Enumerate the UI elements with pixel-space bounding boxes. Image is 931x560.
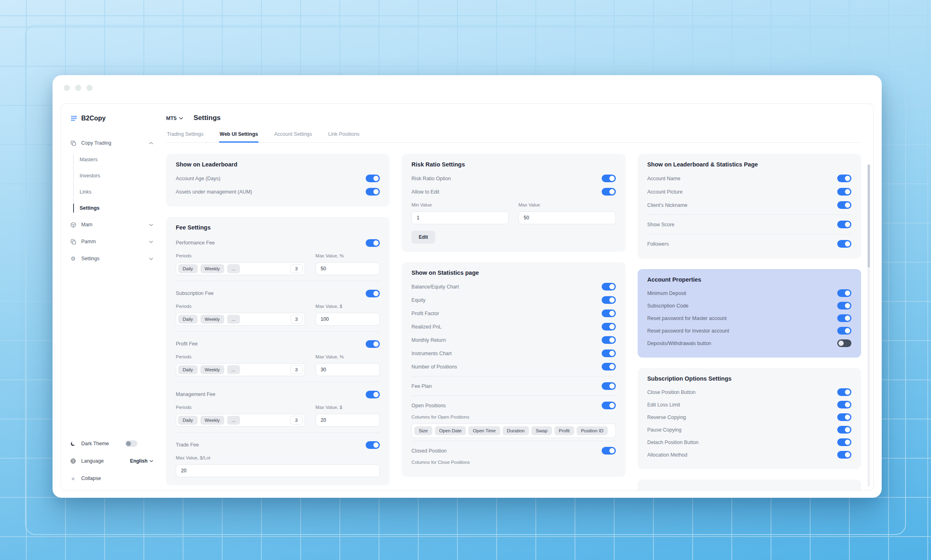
toggle-pause-copying[interactable] (837, 426, 851, 434)
toggle-fee-plan[interactable] (602, 382, 616, 390)
language-row[interactable]: Language English (70, 452, 153, 469)
toggle-closed-position[interactable] (602, 447, 616, 455)
collapse-row[interactable]: « Collapse (70, 469, 153, 487)
toggle-profit-fee[interactable] (366, 340, 380, 348)
toggle-deposits-withdrawals[interactable] (837, 339, 851, 347)
main-header: MT5 Settings (166, 112, 861, 124)
max-value-input[interactable]: 100 (316, 313, 380, 326)
sidebar-item-links[interactable]: Links (80, 184, 162, 200)
toggle-number-of-positions[interactable] (602, 363, 616, 371)
window-control-minimize[interactable] (75, 85, 81, 91)
toggle-close-position-button[interactable] (837, 388, 851, 396)
toggle-profit-factor[interactable] (602, 309, 616, 317)
sidebar-item-investors[interactable]: Investors (80, 168, 162, 184)
period-chip-more[interactable]: ... (227, 416, 240, 425)
period-chip-daily[interactable]: Daily (178, 315, 198, 324)
periods-selector[interactable]: Daily Weekly ... 3 (176, 262, 305, 275)
periods-count[interactable]: 3 (290, 264, 302, 273)
language-select[interactable]: English (130, 458, 153, 464)
periods-selector[interactable]: Daily Weekly ... 3 (176, 414, 305, 427)
periods-count[interactable]: 3 (290, 365, 302, 374)
account-type-select[interactable]: MT5 (166, 115, 183, 121)
toggle-realized-pnl[interactable] (602, 323, 616, 331)
periods-count[interactable]: 3 (290, 416, 302, 425)
toggle-reset-password-master[interactable] (837, 314, 851, 322)
periods-selector[interactable]: Daily Weekly ... 3 (176, 363, 305, 376)
period-chip-more[interactable]: ... (227, 315, 240, 324)
setting-label: Equity (411, 297, 425, 303)
window-control-maximize[interactable] (86, 85, 93, 91)
period-chip-weekly[interactable]: Weekly (200, 416, 225, 425)
max-value-input[interactable]: 30 (316, 363, 380, 376)
max-value-input[interactable]: 50 (316, 262, 380, 275)
toggle-account-age[interactable] (366, 175, 380, 182)
toggle-reverse-copying[interactable] (837, 413, 851, 421)
max-value-input[interactable]: 50 (518, 211, 616, 224)
max-value-label: Max Value, % (316, 354, 380, 359)
edit-button[interactable]: Edit (411, 231, 435, 244)
toggle-performance-fee[interactable] (366, 239, 380, 247)
toggle-monthly-return[interactable] (602, 336, 616, 344)
period-chip-weekly[interactable]: Weekly (200, 365, 225, 374)
toggle-risk-ratio-option[interactable] (602, 175, 616, 182)
sidebar-item-settings[interactable]: ⚙ Settings (61, 250, 162, 267)
dark-theme-toggle[interactable] (125, 440, 137, 447)
toggle-instruments-chart[interactable] (602, 349, 616, 357)
period-chip-daily[interactable]: Daily (178, 365, 198, 374)
column-chip-duration[interactable]: Duration (503, 426, 529, 435)
toggle-aum[interactable] (366, 188, 380, 196)
toggle-clients-nickname[interactable] (837, 201, 851, 209)
column-chip-open-date[interactable]: Open Date (435, 426, 466, 435)
period-chip-weekly[interactable]: Weekly (200, 315, 225, 324)
toggle-reset-password-investor[interactable] (837, 327, 851, 335)
tab-web-ui-settings[interactable]: Web UI Settings (219, 128, 259, 142)
trade-fee-input[interactable]: 20 (176, 464, 380, 477)
scrollbar-track[interactable] (868, 164, 870, 487)
toggle-subscription-code[interactable] (837, 302, 851, 309)
setting-row: Assets under management (AUM) (176, 185, 380, 198)
toggle-minimum-deposit[interactable] (837, 289, 851, 297)
period-chip-daily[interactable]: Daily (178, 416, 198, 425)
period-chip-more[interactable]: ... (227, 365, 240, 374)
tab-account-settings[interactable]: Account Settings (273, 128, 313, 142)
open-columns-selector[interactable]: Size Open Date Open Time Duration Swap P… (411, 423, 615, 438)
min-value-input[interactable]: 1 (411, 211, 509, 224)
column-chip-size[interactable]: Size (414, 426, 432, 435)
column-chip-open-time[interactable]: Open Time (468, 426, 500, 435)
periods-count[interactable]: 3 (290, 315, 302, 324)
sidebar-item-copy-trading[interactable]: Copy Trading (61, 135, 162, 152)
toggle-show-score[interactable] (837, 221, 851, 228)
toggle-edit-loss-limit[interactable] (837, 401, 851, 408)
toggle-detach-position-button[interactable] (837, 438, 851, 446)
toggle-account-name[interactable] (837, 175, 851, 182)
period-chip-more[interactable]: ... (227, 264, 240, 273)
toggle-equity[interactable] (602, 296, 616, 304)
sidebar-item-masters[interactable]: Masters (80, 152, 162, 168)
toggle-allow-to-edit[interactable] (602, 188, 616, 196)
toggle-account-picture[interactable] (837, 188, 851, 196)
max-value-input[interactable]: 20 (316, 414, 380, 427)
periods-selector[interactable]: Daily Weekly ... 3 (176, 313, 305, 326)
scrollbar-thumb[interactable] (868, 164, 870, 267)
toggle-subscription-fee[interactable] (366, 290, 380, 297)
column-chip-profit[interactable]: Profit (554, 426, 574, 435)
toggle-allocation-method[interactable] (837, 451, 851, 459)
window-control-close[interactable] (64, 85, 70, 91)
period-chip-daily[interactable]: Daily (178, 264, 198, 273)
column-chip-position-id[interactable]: Position ID (577, 426, 608, 435)
tab-trading-settings[interactable]: Trading Settings (166, 128, 204, 142)
toggle-balance-equity-chart[interactable] (602, 283, 616, 291)
card-title: Show on Leaderboard (176, 161, 380, 168)
sidebar-item-mam[interactable]: Mam (61, 216, 162, 233)
toggle-open-positions[interactable] (602, 402, 616, 409)
tab-link-positions[interactable]: Link Positions (327, 128, 360, 142)
period-chip-weekly[interactable]: Weekly (200, 264, 225, 273)
toggle-management-fee[interactable] (366, 391, 380, 398)
fee-fields: Periods Daily Weekly ... 3 Max Value, $ (176, 402, 380, 427)
toggle-trade-fee[interactable] (366, 441, 380, 449)
column-chip-swap[interactable]: Swap (531, 426, 552, 435)
toggle-followers[interactable] (837, 240, 851, 248)
sidebar-item-settings-active[interactable]: Settings (80, 200, 162, 216)
setting-row: Pause Copying (647, 423, 851, 436)
sidebar-item-pamm[interactable]: Pamm (61, 233, 162, 250)
